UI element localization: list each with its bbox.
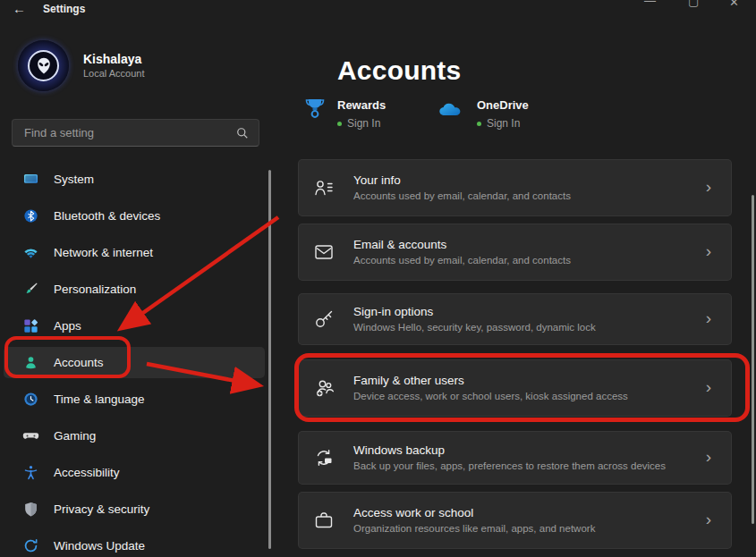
card-title: Email & accounts xyxy=(353,237,731,252)
onedrive-service[interactable]: OneDrive Sign In xyxy=(437,97,529,130)
card-title: Your info xyxy=(353,173,731,188)
sidebar-item-label: Network & internet xyxy=(54,246,153,259)
family-users-icon xyxy=(313,377,335,399)
chevron-right-icon: › xyxy=(706,177,711,197)
briefcase-icon xyxy=(313,510,335,531)
bluetooth-icon xyxy=(22,207,39,224)
accounts-icon xyxy=(22,354,39,371)
sidebar-item-apps[interactable]: Apps xyxy=(4,308,265,344)
titlebar: ← Settings — ▢ ✕ xyxy=(0,0,756,25)
sidebar-item-network[interactable]: Network & internet xyxy=(4,234,265,271)
sidebar-item-accounts[interactable]: Accounts xyxy=(4,347,265,378)
sidebar-item-label: Time & language xyxy=(54,392,145,406)
sidebar-item-system[interactable]: System xyxy=(4,161,265,198)
card-title: Access work or school xyxy=(353,505,731,520)
sidebar-item-accessibility[interactable]: Accessibility xyxy=(4,454,265,491)
page-title: Accounts xyxy=(337,55,461,86)
card-title: Family & other users xyxy=(353,373,731,388)
rewards-icon xyxy=(304,97,326,130)
search-icon[interactable] xyxy=(236,127,249,139)
card-subtitle: Accounts used by email, calendar, and co… xyxy=(353,190,731,203)
card-signin-options[interactable]: Sign-in options Windows Hello, security … xyxy=(298,293,732,345)
back-button[interactable]: ← xyxy=(13,1,26,16)
sidebar-item-label: Gaming xyxy=(54,429,96,443)
maximize-button[interactable]: ▢ xyxy=(688,0,699,8)
avatar xyxy=(18,40,69,91)
onedrive-icon xyxy=(437,100,465,130)
sidebar-item-time-language[interactable]: Time & language xyxy=(4,381,265,418)
profile-name: Kishalaya xyxy=(83,52,145,67)
sidebar-item-label: Windows Update xyxy=(54,539,145,553)
window-title: Settings xyxy=(43,3,85,15)
sidebar-item-label: Personalization xyxy=(54,283,136,296)
sidebar-item-label: System xyxy=(54,173,94,186)
search-input[interactable] xyxy=(13,126,236,139)
status-dot xyxy=(337,122,342,126)
card-family-other-users[interactable]: Family & other users Device access, work… xyxy=(298,359,732,417)
sidebar-item-personalization[interactable]: Personalization xyxy=(4,271,265,308)
privacy-shield-icon xyxy=(22,501,39,518)
your-info-icon xyxy=(313,177,335,198)
network-icon xyxy=(22,244,39,261)
sidebar-item-windows-update[interactable]: Windows Update xyxy=(4,527,265,557)
card-subtitle: Organization resources like email, apps,… xyxy=(353,522,731,536)
rewards-label: Rewards xyxy=(337,98,386,112)
key-icon xyxy=(313,308,335,330)
sidebar-item-label: Accessibility xyxy=(54,466,120,479)
sidebar-item-gaming[interactable]: Gaming xyxy=(4,418,265,454)
card-subtitle: Device access, work or school users, kio… xyxy=(353,390,731,403)
card-subtitle: Accounts used by email, calendar, and co… xyxy=(353,254,731,267)
card-subtitle: Windows Hello, security key, password, d… xyxy=(353,321,731,334)
sidebar-item-label: Privacy & security xyxy=(54,502,149,516)
sidebar-item-privacy[interactable]: Privacy & security xyxy=(4,491,265,527)
sidebar-item-bluetooth[interactable]: Bluetooth & devices xyxy=(4,198,265,234)
card-subtitle: Back up your files, apps, preferences to… xyxy=(353,460,731,473)
profile-account-type: Local Account xyxy=(83,67,145,80)
profile-text: Kishalaya Local Account xyxy=(83,52,145,80)
chevron-right-icon: › xyxy=(706,308,711,328)
rewards-service[interactable]: Rewards Sign In xyxy=(304,97,386,130)
sidebar-item-label: Bluetooth & devices xyxy=(54,209,160,223)
card-your-info[interactable]: Your info Accounts used by email, calend… xyxy=(298,159,732,216)
chevron-right-icon: › xyxy=(706,510,711,529)
accessibility-icon xyxy=(22,464,39,481)
rewards-signin[interactable]: Sign In xyxy=(337,117,386,130)
chevron-right-icon: › xyxy=(706,447,711,467)
backup-sync-icon xyxy=(313,447,335,468)
email-icon xyxy=(313,241,335,263)
card-email-accounts[interactable]: Email & accounts Accounts used by email,… xyxy=(298,224,732,281)
main-scrollbar[interactable] xyxy=(752,195,754,524)
status-dot xyxy=(477,122,481,126)
card-windows-backup[interactable]: Windows backup Back up your files, apps,… xyxy=(298,431,732,485)
sidebar-nav: System Bluetooth & devices Network & int… xyxy=(0,161,268,557)
chevron-right-icon: › xyxy=(706,377,711,397)
card-title: Windows backup xyxy=(353,443,731,458)
sidebar-item-label: Accounts xyxy=(54,356,104,369)
sidebar-scrollbar[interactable] xyxy=(268,170,271,549)
sidebar-item-label: Apps xyxy=(54,319,81,333)
settings-window: ← Settings — ▢ ✕ Kishalaya Local Account xyxy=(0,0,756,557)
close-button[interactable]: ✕ xyxy=(729,0,739,9)
chevron-right-icon: › xyxy=(706,241,711,261)
search-box[interactable] xyxy=(12,119,259,147)
alien-logo-icon xyxy=(28,50,59,81)
apps-icon xyxy=(22,317,39,334)
time-icon xyxy=(22,391,39,408)
minimize-button[interactable]: — xyxy=(644,0,656,7)
user-profile[interactable]: Kishalaya Local Account xyxy=(18,40,145,91)
gaming-icon xyxy=(22,427,39,444)
onedrive-label: OneDrive xyxy=(477,98,529,112)
update-icon xyxy=(22,537,39,554)
onedrive-signin[interactable]: Sign In xyxy=(477,117,529,130)
card-title: Sign-in options xyxy=(353,304,731,319)
system-icon xyxy=(22,171,39,188)
card-access-work-school[interactable]: Access work or school Organization resou… xyxy=(298,492,732,549)
personalization-icon xyxy=(22,281,39,298)
